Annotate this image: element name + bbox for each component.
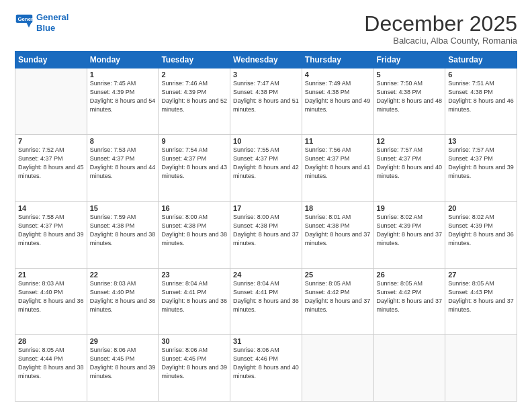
daylight-label: Daylight: 8 hours and 44 minutes. xyxy=(90,164,156,179)
sunrise-label: Sunrise: 8:06 AM xyxy=(90,347,136,353)
sunrise-label: Sunrise: 8:06 AM xyxy=(233,347,279,353)
calendar-cell xyxy=(445,334,517,401)
sunrise-label: Sunrise: 7:57 AM xyxy=(448,146,494,153)
day-number: 14 xyxy=(18,204,84,212)
sunset-label: Sunset: 4:38 PM xyxy=(161,222,206,229)
day-info: Sunrise: 8:04 AM Sunset: 4:41 PM Dayligh… xyxy=(161,279,227,314)
sunrise-label: Sunrise: 7:53 AM xyxy=(90,146,136,153)
day-info: Sunrise: 7:46 AM Sunset: 4:39 PM Dayligh… xyxy=(161,79,227,114)
daylight-label: Daylight: 8 hours and 49 minutes. xyxy=(305,97,371,113)
sunrise-label: Sunrise: 7:46 AM xyxy=(161,80,208,87)
title-block: December 2025 Balcaciu, Alba County, Rom… xyxy=(364,12,517,46)
sunrise-label: Sunrise: 7:57 AM xyxy=(377,146,423,153)
day-number: 7 xyxy=(18,137,84,145)
calendar-cell: 28 Sunrise: 8:05 AM Sunset: 4:44 PM Dayl… xyxy=(15,334,87,401)
calendar-week-row: 28 Sunrise: 8:05 AM Sunset: 4:44 PM Dayl… xyxy=(15,334,517,401)
calendar-cell: 10 Sunrise: 7:55 AM Sunset: 4:37 PM Dayl… xyxy=(230,135,302,201)
day-number: 15 xyxy=(90,204,156,212)
daylight-label: Daylight: 8 hours and 38 minutes. xyxy=(18,364,84,379)
daylight-label: Daylight: 8 hours and 54 minutes. xyxy=(90,97,156,113)
calendar-cell: 2 Sunrise: 7:46 AM Sunset: 4:39 PM Dayli… xyxy=(159,68,230,135)
day-info: Sunrise: 8:05 AM Sunset: 4:44 PM Dayligh… xyxy=(18,346,84,381)
location-subtitle: Balcaciu, Alba County, Romania xyxy=(364,36,517,46)
sunset-label: Sunset: 4:42 PM xyxy=(305,289,350,295)
day-number: 21 xyxy=(18,271,84,279)
day-info: Sunrise: 7:52 AM Sunset: 4:37 PM Dayligh… xyxy=(18,146,84,181)
daylight-label: Daylight: 8 hours and 43 minutes. xyxy=(161,164,227,179)
day-number: 11 xyxy=(305,137,371,145)
calendar-cell: 31 Sunrise: 8:06 AM Sunset: 4:46 PM Dayl… xyxy=(230,334,302,401)
sunrise-label: Sunrise: 7:52 AM xyxy=(18,146,64,153)
day-info: Sunrise: 7:57 AM Sunset: 4:37 PM Dayligh… xyxy=(448,146,514,181)
daylight-label: Daylight: 8 hours and 39 minutes. xyxy=(161,364,227,379)
logo-line2: Blue xyxy=(36,23,55,33)
sunset-label: Sunset: 4:45 PM xyxy=(90,355,135,362)
daylight-label: Daylight: 8 hours and 37 minutes. xyxy=(377,298,443,313)
logo-line1: General xyxy=(36,12,69,22)
sunset-label: Sunset: 4:37 PM xyxy=(305,155,350,162)
day-info: Sunrise: 8:03 AM Sunset: 4:40 PM Dayligh… xyxy=(18,279,84,314)
sunrise-label: Sunrise: 8:00 AM xyxy=(233,214,279,220)
sunset-label: Sunset: 4:42 PM xyxy=(377,289,422,295)
weekday-header-wednesday: Wednesday xyxy=(230,52,302,68)
day-info: Sunrise: 7:54 AM Sunset: 4:37 PM Dayligh… xyxy=(161,146,227,181)
day-number: 18 xyxy=(305,204,371,212)
day-number: 2 xyxy=(161,71,227,79)
daylight-label: Daylight: 8 hours and 41 minutes. xyxy=(305,164,371,179)
sunrise-label: Sunrise: 8:02 AM xyxy=(448,214,494,220)
day-info: Sunrise: 7:47 AM Sunset: 4:38 PM Dayligh… xyxy=(233,79,299,114)
sunrise-label: Sunrise: 7:49 AM xyxy=(305,80,351,87)
day-number: 6 xyxy=(448,71,514,79)
calendar-cell: 30 Sunrise: 8:06 AM Sunset: 4:45 PM Dayl… xyxy=(159,334,230,401)
logo-icon: General xyxy=(15,13,34,32)
calendar-cell: 19 Sunrise: 8:02 AM Sunset: 4:39 PM Dayl… xyxy=(373,201,445,268)
month-title: December 2025 xyxy=(364,12,517,36)
sunrise-label: Sunrise: 8:05 AM xyxy=(18,347,64,353)
calendar-cell: 13 Sunrise: 7:57 AM Sunset: 4:37 PM Dayl… xyxy=(445,135,517,201)
calendar-table: SundayMondayTuesdayWednesdayThursdayFrid… xyxy=(15,51,517,402)
sunrise-label: Sunrise: 7:50 AM xyxy=(377,80,423,87)
day-number: 23 xyxy=(161,271,227,279)
day-number: 1 xyxy=(90,71,156,79)
sunset-label: Sunset: 4:44 PM xyxy=(18,355,63,362)
calendar-cell: 18 Sunrise: 8:01 AM Sunset: 4:38 PM Dayl… xyxy=(302,201,373,268)
weekday-header-tuesday: Tuesday xyxy=(159,52,230,68)
daylight-label: Daylight: 8 hours and 40 minutes. xyxy=(377,164,443,179)
day-info: Sunrise: 8:05 AM Sunset: 4:42 PM Dayligh… xyxy=(305,279,371,314)
sunset-label: Sunset: 4:39 PM xyxy=(448,222,493,229)
calendar-cell: 23 Sunrise: 8:04 AM Sunset: 4:41 PM Dayl… xyxy=(159,268,230,334)
svg-marker-2 xyxy=(27,23,32,28)
sunrise-label: Sunrise: 7:59 AM xyxy=(90,214,136,220)
daylight-label: Daylight: 8 hours and 36 minutes. xyxy=(233,298,299,313)
sunset-label: Sunset: 4:40 PM xyxy=(90,289,135,295)
header: General General Blue December 2025 Balca… xyxy=(15,12,517,46)
calendar-cell: 29 Sunrise: 8:06 AM Sunset: 4:45 PM Dayl… xyxy=(87,334,159,401)
sunset-label: Sunset: 4:38 PM xyxy=(305,222,350,229)
daylight-label: Daylight: 8 hours and 51 minutes. xyxy=(233,97,299,113)
day-info: Sunrise: 7:58 AM Sunset: 4:37 PM Dayligh… xyxy=(18,213,84,248)
calendar-week-row: 1 Sunrise: 7:45 AM Sunset: 4:39 PM Dayli… xyxy=(15,68,517,135)
logo-text: General Blue xyxy=(36,12,69,33)
sunrise-label: Sunrise: 8:00 AM xyxy=(161,214,208,220)
daylight-label: Daylight: 8 hours and 36 minutes. xyxy=(161,298,227,313)
daylight-label: Daylight: 8 hours and 36 minutes. xyxy=(448,231,514,246)
sunset-label: Sunset: 4:39 PM xyxy=(161,89,206,95)
daylight-label: Daylight: 8 hours and 38 minutes. xyxy=(161,231,227,246)
sunset-label: Sunset: 4:41 PM xyxy=(161,289,206,295)
weekday-header-row: SundayMondayTuesdayWednesdayThursdayFrid… xyxy=(15,52,517,68)
calendar-cell: 6 Sunrise: 7:51 AM Sunset: 4:38 PM Dayli… xyxy=(445,68,517,135)
calendar-week-row: 21 Sunrise: 8:03 AM Sunset: 4:40 PM Dayl… xyxy=(15,268,517,334)
daylight-label: Daylight: 8 hours and 39 minutes. xyxy=(18,231,84,246)
calendar-cell: 8 Sunrise: 7:53 AM Sunset: 4:37 PM Dayli… xyxy=(87,135,159,201)
day-number: 30 xyxy=(161,337,227,345)
calendar-cell: 11 Sunrise: 7:56 AM Sunset: 4:37 PM Dayl… xyxy=(302,135,373,201)
daylight-label: Daylight: 8 hours and 36 minutes. xyxy=(18,298,84,313)
calendar-cell: 4 Sunrise: 7:49 AM Sunset: 4:38 PM Dayli… xyxy=(302,68,373,135)
sunrise-label: Sunrise: 7:55 AM xyxy=(233,146,279,153)
sunset-label: Sunset: 4:39 PM xyxy=(90,89,135,95)
day-number: 25 xyxy=(305,271,371,279)
daylight-label: Daylight: 8 hours and 37 minutes. xyxy=(377,231,443,246)
svg-text:General: General xyxy=(17,16,34,22)
calendar-cell: 16 Sunrise: 8:00 AM Sunset: 4:38 PM Dayl… xyxy=(159,201,230,268)
day-info: Sunrise: 7:51 AM Sunset: 4:38 PM Dayligh… xyxy=(448,79,514,114)
